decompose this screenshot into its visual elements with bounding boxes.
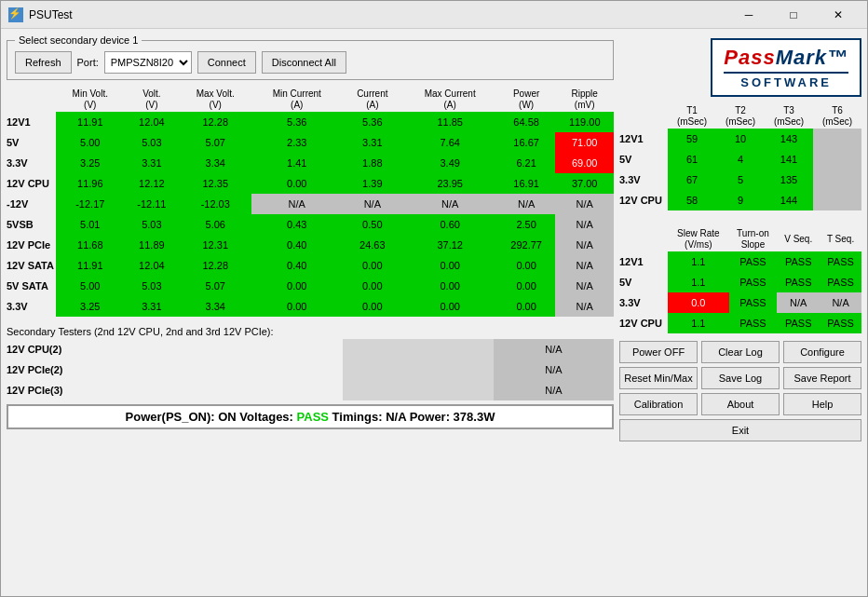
col-min-volt: Min Volt.(V): [56, 88, 125, 112]
secondary-cell-empty: [386, 360, 407, 380]
slew-row: 12V CPU1.1PASSPASSPASS: [619, 313, 861, 333]
secondary-row: 12V CPU(2)N/A: [7, 339, 614, 360]
slew-cell: N/A: [777, 292, 820, 313]
table-cell: 2.33: [251, 132, 342, 153]
secondary-cell-ripple: N/A: [494, 339, 614, 360]
main-window: ⚡ PSUTest ─ □ ✕ Select secondary device …: [0, 0, 868, 597]
exit-button[interactable]: Exit: [619, 419, 861, 441]
save-log-button[interactable]: Save Log: [701, 367, 780, 389]
table-cell: 3.25: [56, 296, 125, 317]
row-label: 12V PCIe: [7, 235, 56, 255]
table-cell: 11.89: [125, 235, 179, 255]
left-panel: Select secondary device 1 Refresh Port: …: [7, 34, 614, 590]
timing-col-t2: T2(mSec): [716, 104, 765, 129]
close-button[interactable]: ✕: [817, 1, 860, 29]
timing-cell: 59: [668, 129, 716, 149]
table-cell: 23.95: [403, 173, 497, 194]
reset-minmax-button[interactable]: Reset Min/Max: [619, 367, 698, 389]
refresh-button[interactable]: Refresh: [15, 51, 72, 74]
table-cell: 11.91: [56, 112, 125, 132]
table-cell: 119.00: [555, 112, 614, 132]
about-button[interactable]: About: [701, 393, 780, 415]
secondary-cell-empty: [472, 339, 494, 360]
device-select-legend: Select secondary device 1: [15, 34, 142, 46]
slew-col-turnon: Turn-onSlope: [729, 227, 778, 251]
table-cell: 1.41: [251, 153, 342, 173]
help-button[interactable]: Help: [783, 393, 861, 415]
save-report-button[interactable]: Save Report: [783, 367, 861, 389]
timing-row: 12V15910143: [619, 129, 861, 149]
timing-cell: 10: [716, 129, 765, 149]
main-data-table: Min Volt.(V) Volt.(V) Max Volt.(V) Min C…: [7, 88, 614, 317]
title-bar-text: PSUTest: [29, 8, 727, 21]
slew-col-tseq: T Seq.: [820, 227, 861, 251]
timing-cell: 67: [668, 170, 716, 190]
table-cell: 11.68: [56, 235, 125, 255]
col-volt: Volt.(V): [125, 88, 179, 112]
table-cell: -12.17: [56, 194, 125, 214]
clear-log-button[interactable]: Clear Log: [701, 341, 780, 363]
secondary-row-label: 12V PCIe(3): [7, 380, 343, 400]
slew-row-label: 3.3V: [619, 292, 668, 313]
secondary-cell-empty: [407, 360, 428, 380]
table-cell: 5.00: [56, 276, 125, 296]
table-cell: 3.31: [342, 132, 402, 153]
slew-cell: 0.0: [668, 292, 729, 313]
secondary-cell-empty: [407, 380, 428, 400]
table-cell: 16.67: [497, 132, 556, 153]
configure-button[interactable]: Configure: [783, 341, 861, 363]
table-cell: 0.00: [342, 296, 402, 317]
secondary-cell-empty: [451, 380, 472, 400]
table-cell: 5.36: [342, 112, 402, 132]
timing-cell: 135: [765, 170, 813, 190]
table-cell: 5.07: [179, 132, 251, 153]
calibration-button[interactable]: Calibration: [619, 393, 698, 415]
minimize-button[interactable]: ─: [727, 1, 770, 29]
connect-button[interactable]: Connect: [197, 51, 256, 74]
port-label: Port:: [77, 57, 99, 68]
timing-cell: 58: [668, 190, 716, 210]
secondary-cell-ripple: N/A: [494, 380, 614, 400]
table-cell: 12.35: [179, 173, 251, 194]
table-cell: 0.60: [403, 214, 497, 235]
table-row: 12V CPU11.9612.1212.350.001.3923.9516.91…: [7, 173, 614, 194]
disconnect-all-button[interactable]: Disconnect All: [262, 51, 346, 74]
secondary-cell-empty: [343, 360, 364, 380]
table-cell: 3.34: [179, 153, 251, 173]
device-select-group: Select secondary device 1 Refresh Port: …: [7, 34, 614, 80]
table-row: 12V SATA11.9112.0412.280.400.000.000.00N…: [7, 255, 614, 276]
table-cell: N/A: [403, 194, 497, 214]
table-cell: 0.00: [403, 296, 497, 317]
table-cell: 37.12: [403, 235, 497, 255]
slew-col-vseq: V Seq.: [777, 227, 820, 251]
slew-cell: 1.1: [668, 251, 729, 272]
content-area: Select secondary device 1 Refresh Port: …: [1, 29, 867, 596]
row-label: 3.3V: [7, 153, 56, 173]
table-row: 12V PCIe11.6811.8912.310.4024.6337.12292…: [7, 235, 614, 255]
table-cell: 5.06: [179, 214, 251, 235]
port-select[interactable]: PMPSZN8I20: [104, 51, 192, 74]
secondary-cell-empty: [451, 360, 472, 380]
status-pass: PASS: [297, 410, 329, 424]
table-cell: 292.77: [497, 235, 556, 255]
secondary-cell-empty: [343, 380, 364, 400]
table-cell: 12.28: [179, 112, 251, 132]
table-cell: N/A: [555, 235, 614, 255]
table-cell: 12.04: [125, 255, 179, 276]
maximize-button[interactable]: □: [772, 1, 815, 29]
secondary-cell-empty: [451, 339, 472, 360]
table-cell: 5.03: [125, 132, 179, 153]
secondary-row: 12V PCIe(3)N/A: [7, 380, 614, 400]
timing-col-t1: T1(mSec): [668, 104, 716, 129]
secondary-cell-ripple: N/A: [494, 360, 614, 380]
logo-passmark: PassMark™: [724, 46, 848, 70]
timing-row: 5V614141: [619, 149, 861, 170]
table-cell: 12.28: [179, 255, 251, 276]
secondary-cell-empty: [386, 339, 407, 360]
table-cell: 16.91: [497, 173, 556, 194]
table-row: 5VSB5.015.035.060.430.500.602.50N/A: [7, 214, 614, 235]
power-off-button[interactable]: Power OFF: [619, 341, 698, 363]
secondary-cell-empty: [343, 339, 364, 360]
table-cell: 1.39: [342, 173, 402, 194]
status-text-before: Power(PS_ON): ON Voltages:: [126, 410, 297, 424]
